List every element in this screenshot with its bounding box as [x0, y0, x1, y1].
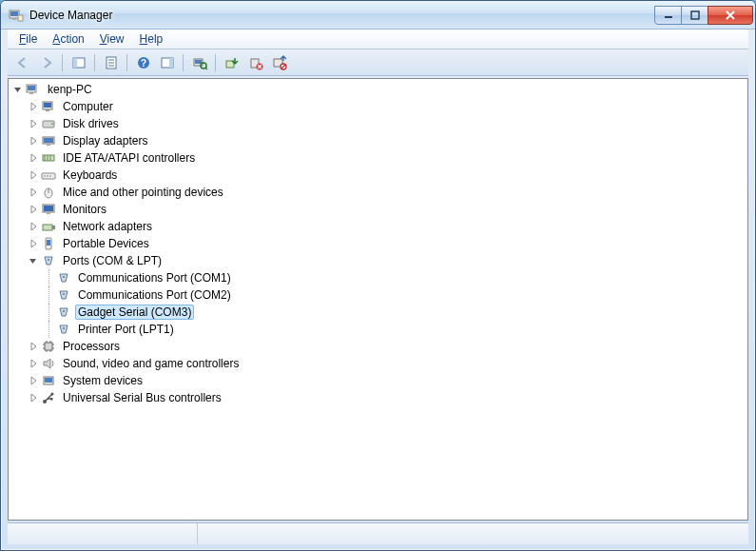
tree-line: [48, 286, 49, 304]
tree-device[interactable]: Printer Port (LPT1): [10, 321, 747, 338]
svg-rect-69: [45, 378, 52, 383]
uninstall-button[interactable]: [244, 52, 266, 73]
category-icon: [41, 116, 56, 131]
tree-node-label: Communications Port (COM2): [75, 287, 234, 303]
tree-category[interactable]: Keyboards: [10, 167, 747, 184]
tree-device[interactable]: Communications Port (COM2): [10, 286, 747, 304]
tree-category[interactable]: Monitors: [10, 201, 747, 218]
titlebar[interactable]: Device Manager: [1, 1, 755, 30]
toolbar-separator: [94, 54, 95, 71]
toolbar: ?: [8, 49, 748, 76]
tree-node-label: Keyboards: [60, 167, 120, 183]
tree-category[interactable]: Disk drives: [10, 115, 747, 132]
port-icon: [56, 270, 71, 285]
menubar: File Action View Help: [8, 30, 748, 49]
tree-expand-icon[interactable]: [26, 170, 41, 180]
svg-rect-43: [47, 175, 48, 177]
close-button[interactable]: [708, 6, 753, 25]
tree-node-label: Network adapters: [60, 219, 155, 234]
svg-line-19: [205, 68, 207, 69]
svg-rect-15: [169, 58, 173, 68]
tree-category[interactable]: Network adapters: [10, 218, 747, 235]
menu-action[interactable]: Action: [45, 30, 91, 48]
update-driver-button[interactable]: [221, 52, 242, 73]
tree-category[interactable]: System devices: [10, 372, 747, 389]
tree-expand-icon[interactable]: [26, 376, 41, 385]
svg-text:?: ?: [140, 58, 145, 69]
port-icon: [56, 287, 71, 303]
svg-point-54: [48, 259, 49, 261]
category-icon: [41, 219, 56, 234]
tree-category[interactable]: Display adapters: [10, 132, 747, 149]
tree-expand-icon[interactable]: [26, 342, 41, 351]
tree-expand-icon[interactable]: [26, 153, 41, 163]
device-tree: kenp-PCComputerDisk drivesDisplay adapte…: [9, 79, 747, 410]
scan-hardware-button[interactable]: [188, 52, 210, 73]
maximize-button[interactable]: [681, 6, 708, 25]
device-manager-window: Device Manager File Action View Help: [0, 0, 756, 551]
svg-rect-27: [28, 86, 35, 90]
svg-rect-17: [195, 60, 202, 64]
tree-node-label: Processors: [60, 339, 123, 354]
tree-category[interactable]: Portable Devices: [10, 235, 747, 252]
tree-expand-icon[interactable]: [26, 119, 41, 128]
forward-button[interactable]: [35, 52, 57, 73]
tree-expand-icon[interactable]: [26, 359, 41, 368]
svg-rect-1: [10, 11, 18, 16]
window-title: Device Manager: [29, 9, 654, 22]
tree-expand-icon[interactable]: [26, 205, 41, 214]
tree-expand-icon[interactable]: [26, 222, 41, 231]
category-icon: [41, 99, 56, 114]
tree-category[interactable]: Computer: [10, 98, 747, 115]
port-icon: [56, 322, 71, 337]
tree-expand-icon[interactable]: [26, 102, 41, 111]
toolbar-separator: [126, 54, 127, 71]
device-tree-pane[interactable]: kenp-PCComputerDisk drivesDisplay adapte…: [8, 78, 748, 521]
port-icon: [56, 305, 71, 320]
tree-category[interactable]: IDE ATA/ATAPI controllers: [10, 149, 747, 167]
tree-collapse-icon[interactable]: [10, 85, 26, 94]
menu-file[interactable]: File: [11, 30, 45, 48]
properties-button[interactable]: [100, 52, 122, 73]
category-icon: [41, 150, 56, 166]
computer-icon: [26, 82, 41, 97]
svg-point-33: [51, 123, 53, 125]
tree-root[interactable]: kenp-PC: [10, 81, 747, 98]
svg-rect-48: [44, 206, 53, 211]
show-hide-action-button[interactable]: [156, 52, 178, 73]
tree-category[interactable]: Sound, video and game controllers: [10, 355, 747, 372]
tree-node-label: Ports (COM & LPT): [60, 253, 165, 268]
tree-category[interactable]: Processors: [10, 338, 747, 355]
menu-help[interactable]: Help: [132, 30, 171, 48]
tree-collapse-icon[interactable]: [26, 256, 41, 266]
tree-line: [48, 269, 49, 286]
svg-rect-2: [12, 18, 16, 20]
tree-device[interactable]: Communications Port (COM1): [10, 269, 747, 286]
svg-rect-7: [73, 58, 77, 68]
tree-node-label: Sound, video and game controllers: [60, 356, 242, 371]
tree-expand-icon[interactable]: [26, 136, 41, 146]
tree-expand-icon[interactable]: [26, 187, 41, 197]
svg-rect-35: [44, 138, 53, 143]
help-button[interactable]: ?: [132, 52, 154, 73]
tree-node-label: Monitors: [60, 202, 109, 217]
tree-expand-icon[interactable]: [26, 393, 41, 403]
category-icon: [41, 167, 56, 183]
tree-device[interactable]: Gadget Serial (COM3): [10, 304, 747, 321]
toolbar-separator: [183, 54, 184, 71]
svg-rect-53: [47, 240, 50, 246]
tree-expand-icon[interactable]: [26, 239, 41, 248]
disable-button[interactable]: [268, 52, 290, 73]
tree-category[interactable]: Ports (COM & LPT): [10, 252, 747, 269]
tree-node-label: Mice and other pointing devices: [60, 185, 226, 200]
tree-category[interactable]: Universal Serial Bus controllers: [10, 389, 747, 406]
minimize-button[interactable]: [654, 6, 682, 25]
show-hide-tree-button[interactable]: [68, 52, 89, 73]
svg-rect-50: [43, 225, 52, 230]
category-icon: [41, 373, 56, 388]
category-icon: [41, 133, 56, 148]
svg-point-57: [63, 310, 65, 312]
tree-category[interactable]: Mice and other pointing devices: [10, 184, 747, 201]
back-button[interactable]: [11, 52, 33, 73]
menu-view[interactable]: View: [92, 30, 132, 48]
